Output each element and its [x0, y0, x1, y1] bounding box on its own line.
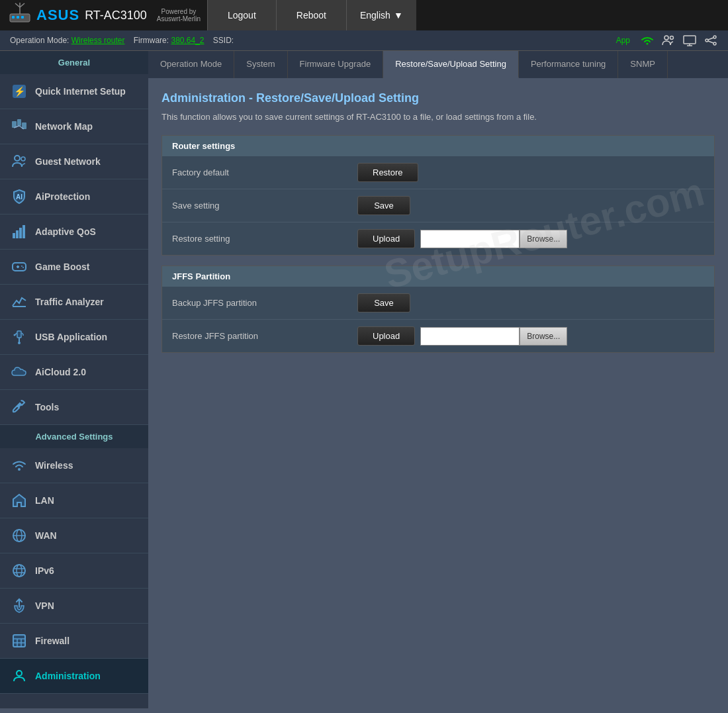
- monitor-icon: [682, 34, 697, 46]
- wifi-icon: [10, 456, 28, 475]
- restore-jffs-controls: Upload Browse...: [357, 326, 567, 346]
- backup-jffs-save-button[interactable]: Save: [357, 293, 410, 312]
- save-setting-button[interactable]: Save: [357, 196, 410, 215]
- page-title: Administration - Restore/Save/Upload Set…: [161, 91, 715, 105]
- tab-restore-save[interactable]: Restore/Save/Upload Setting: [383, 51, 519, 78]
- tab-system[interactable]: System: [234, 51, 287, 78]
- save-setting-label: Save setting: [172, 201, 357, 211]
- router-settings-header: Router settings: [162, 136, 714, 156]
- factory-default-label: Factory default: [172, 167, 357, 177]
- restore-jffs-upload-button[interactable]: Upload: [357, 326, 415, 346]
- svg-line-43: [22, 333, 23, 334]
- tab-firmware-upgrade[interactable]: Firmware Upgrade: [288, 51, 384, 78]
- sidebar-item-adaptive-qos[interactable]: Adaptive QoS: [0, 214, 148, 250]
- restore-setting-upload-button[interactable]: Upload: [357, 229, 415, 248]
- restore-setting-row: Restore setting Upload Browse...: [162, 222, 714, 255]
- backup-jffs-row: Backup JFFS partition Save: [162, 287, 714, 320]
- sidebar-item-vpn[interactable]: VPN: [0, 589, 148, 624]
- sidebar-item-administration[interactable]: Administration: [0, 659, 148, 694]
- status-bar: Operation Mode: Wireless router Firmware…: [0, 30, 728, 51]
- sidebar-item-lan[interactable]: LAN: [0, 483, 148, 518]
- restore-setting-file-path[interactable]: [420, 230, 520, 248]
- reboot-button[interactable]: Reboot: [276, 0, 346, 30]
- svg-point-50: [17, 565, 22, 577]
- game-icon: [10, 258, 28, 276]
- restore-jffs-file-path[interactable]: [420, 327, 520, 346]
- sidebar-item-network-map[interactable]: Network Map: [0, 109, 148, 144]
- svg-rect-29: [16, 230, 19, 238]
- svg-rect-1: [12, 16, 15, 19]
- svg-point-42: [14, 334, 16, 336]
- tab-snmp[interactable]: SNMP: [618, 51, 668, 78]
- restore-jffs-label: Restore JFFS partition: [172, 331, 357, 341]
- factory-default-controls: Restore: [357, 163, 418, 182]
- header-logo: ASUS RT-AC3100 Powered by Asuswrt-Merlin: [0, 2, 207, 28]
- restore-setting-browse-button[interactable]: Browse...: [520, 230, 567, 248]
- svg-text:⚡: ⚡: [14, 86, 26, 97]
- sidebar-item-firewall[interactable]: Firewall: [0, 624, 148, 659]
- sidebar-item-quick-setup[interactable]: ⚡ Quick Internet Setup: [0, 74, 148, 109]
- restore-setting-controls: Upload Browse...: [357, 229, 567, 248]
- model-name: RT-AC3100: [85, 9, 147, 23]
- sidebar-item-wan[interactable]: WAN: [0, 518, 148, 553]
- shield-icon: AI: [10, 187, 28, 206]
- tools-icon: [10, 398, 28, 416]
- restore-jffs-file-input: Browse...: [420, 327, 567, 346]
- svg-line-17: [708, 41, 713, 43]
- advanced-section-label: Advanced Settings: [0, 425, 148, 448]
- sidebar-item-guest-network[interactable]: Guest Network: [0, 144, 148, 179]
- firmware-link[interactable]: 380.64_2: [171, 36, 204, 45]
- jffs-section-header: JFFS Partition: [162, 266, 714, 287]
- svg-rect-21: [17, 119, 21, 126]
- svg-line-5: [15, 3, 20, 7]
- sidebar-item-aiprotection[interactable]: AI AiProtection: [0, 179, 148, 214]
- svg-point-8: [664, 36, 668, 40]
- factory-default-restore-button[interactable]: Restore: [357, 163, 418, 182]
- restore-jffs-browse-button[interactable]: Browse...: [520, 327, 567, 346]
- router-icon: [7, 2, 33, 28]
- sidebar-item-traffic-analyzer[interactable]: Traffic Analyzer: [0, 285, 148, 320]
- tabs: Operation Mode System Firmware Upgrade R…: [148, 51, 728, 78]
- sidebar-item-tools[interactable]: Tools: [0, 390, 148, 425]
- save-setting-controls: Save: [357, 196, 410, 215]
- svg-point-25: [15, 156, 20, 161]
- sidebar: General ⚡ Quick Internet Setup Network M…: [0, 51, 148, 708]
- asus-logo: ASUS: [36, 7, 79, 24]
- restore-jffs-row: Restore JFFS partition Upload Browse...: [162, 320, 714, 352]
- sidebar-item-wireless[interactable]: Wireless: [0, 448, 148, 483]
- jffs-section: JFFS Partition Backup JFFS partition Sav…: [161, 265, 715, 353]
- powered-by: Powered by Asuswrt-Merlin: [157, 8, 201, 23]
- home-icon: [10, 491, 28, 510]
- operation-mode-link[interactable]: Wireless router: [71, 36, 125, 45]
- wifi-icon: [640, 34, 655, 46]
- svg-rect-37: [13, 306, 26, 307]
- vpn-icon: [10, 596, 28, 615]
- svg-line-16: [708, 38, 713, 40]
- svg-point-13: [705, 39, 708, 42]
- svg-line-6: [20, 3, 24, 7]
- sidebar-item-ipv6[interactable]: IPv6: [0, 553, 148, 589]
- svg-point-26: [21, 157, 25, 161]
- sidebar-item-usb-application[interactable]: USB Application: [0, 320, 148, 355]
- logout-button[interactable]: Logout: [207, 0, 276, 30]
- router-settings-section: Router settings Factory default Restore …: [161, 135, 715, 256]
- language-button[interactable]: English ▼: [346, 0, 416, 30]
- svg-rect-30: [19, 228, 22, 238]
- tab-operation-mode[interactable]: Operation Mode: [148, 51, 234, 78]
- tab-performance-tuning[interactable]: Performance tuning: [519, 51, 618, 78]
- svg-rect-3: [21, 16, 24, 19]
- page-description: This function allows you to save current…: [161, 112, 715, 122]
- factory-default-row: Factory default Restore: [162, 156, 714, 189]
- sidebar-item-game-boost[interactable]: Game Boost: [0, 250, 148, 285]
- share-icon: [704, 34, 718, 46]
- usb-icon: [10, 328, 28, 346]
- map-icon: [10, 117, 28, 136]
- restore-setting-label: Restore setting: [172, 234, 357, 244]
- header: ASUS RT-AC3100 Powered by Asuswrt-Merlin…: [0, 0, 728, 30]
- people-icon: [661, 34, 676, 46]
- status-left: Operation Mode: Wireless router Firmware…: [10, 36, 234, 45]
- svg-point-14: [713, 36, 716, 38]
- svg-point-45: [18, 468, 21, 471]
- general-section-label: General: [0, 51, 148, 74]
- sidebar-item-aicloud[interactable]: AiCloud 2.0: [0, 355, 148, 390]
